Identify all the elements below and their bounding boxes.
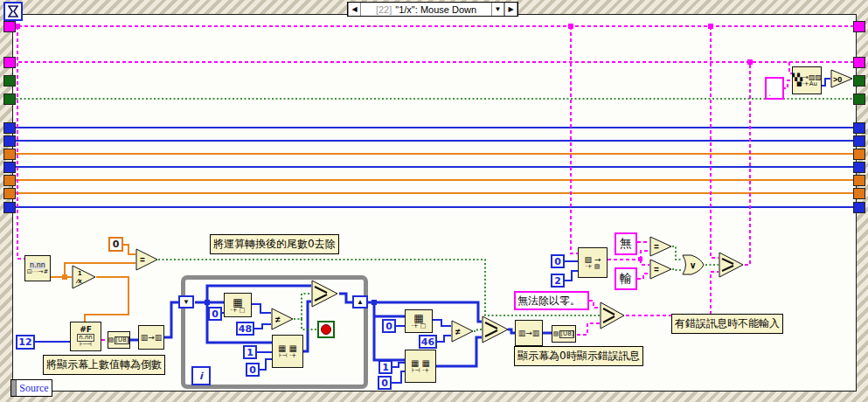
constant-value: 2 bbox=[554, 275, 561, 287]
not-equal-node-2[interactable]: ≠ bbox=[451, 320, 474, 346]
comment-trim-zeros: 將運算轉換後的尾數0去除 bbox=[210, 234, 339, 254]
not-equal-node-1[interactable]: ≠ bbox=[271, 308, 294, 334]
array-subset-node-2[interactable]: ▦ ▦ ⊦⊣ ·+ bbox=[405, 350, 436, 383]
hatch-icon: ▨ bbox=[108, 337, 115, 343]
string-constant-divide-by-zero[interactable]: 無法除以零。 bbox=[514, 291, 589, 310]
tunnel[interactable] bbox=[3, 94, 16, 105]
stop-dot bbox=[321, 324, 331, 335]
timeout-hourglass-icon[interactable] bbox=[3, 2, 23, 21]
string-to-byte-array-node-1[interactable]: ▨ [U8] bbox=[108, 331, 130, 349]
numeric-constant-twelve[interactable]: 12 bbox=[16, 335, 35, 350]
constant-value: 46 bbox=[421, 336, 434, 348]
tunnel[interactable] bbox=[3, 21, 16, 32]
tunnel[interactable] bbox=[3, 162, 16, 173]
constant-value: 48 bbox=[239, 323, 252, 335]
numeric-constant-two[interactable]: 2 bbox=[551, 274, 565, 288]
tunnel[interactable] bbox=[853, 75, 865, 87]
tunnel[interactable] bbox=[3, 188, 16, 199]
constant-value: 0 bbox=[385, 321, 392, 332]
u8-type-glyph: [U8] bbox=[115, 336, 129, 344]
string-subset-node[interactable]: ▨ → ·+ ▨ bbox=[578, 247, 608, 278]
event-header: ◀ [22] "1/x": Mouse Down ▼ ▶ bbox=[347, 2, 518, 17]
event-title: [22] "1/x": Mouse Down bbox=[361, 3, 491, 16]
event-prev-button[interactable]: ◀ bbox=[348, 3, 361, 16]
equal-node-3[interactable]: = bbox=[649, 259, 672, 283]
numeric-constant-48[interactable]: 48 bbox=[236, 322, 254, 336]
event-dropdown-button[interactable]: ▼ bbox=[491, 3, 504, 16]
comment-show-error-when-zero: 顯示幕為0時顯示錯誤訊息 bbox=[514, 346, 643, 366]
select-node-4[interactable] bbox=[719, 252, 745, 281]
array-subset-node-1[interactable]: ▦ ▦ ⊦⊣ ·+ bbox=[272, 335, 303, 368]
index-array-node-1[interactable]: ▦ ·+ □ bbox=[224, 293, 252, 317]
tunnel[interactable] bbox=[3, 75, 16, 87]
equal-glyph: = bbox=[140, 255, 145, 265]
index-array-node-2[interactable]: ▦ ·+ □ bbox=[405, 309, 433, 333]
shift-down-icon: ▼ bbox=[183, 298, 190, 306]
tunnel[interactable] bbox=[3, 175, 16, 186]
reciprocal-node[interactable]: 1 ⁄x bbox=[72, 265, 96, 293]
tunnel[interactable] bbox=[853, 94, 865, 105]
constant-value: 0 bbox=[381, 378, 388, 389]
shift-register-left[interactable]: ▼ bbox=[178, 295, 194, 308]
loop-condition-stop-icon[interactable] bbox=[317, 321, 335, 338]
numeric-constant-zero-2[interactable]: 0 bbox=[246, 363, 260, 377]
number-to-fractional-string-node[interactable]: #F n.nn ⊦┈⊣ bbox=[70, 322, 101, 351]
tunnel[interactable] bbox=[3, 149, 16, 160]
select-node-1[interactable] bbox=[311, 280, 339, 311]
tunnel[interactable] bbox=[3, 202, 16, 213]
subset-sub-icon: ⊦⊣ ·+ bbox=[412, 368, 429, 374]
numeric-constant-zero-3[interactable]: 0 bbox=[382, 319, 396, 333]
byte-array-to-string-node-2[interactable]: ▨ [U8] bbox=[552, 325, 576, 343]
equal-node-1[interactable]: = bbox=[135, 248, 158, 274]
tunnel[interactable] bbox=[3, 122, 16, 134]
tunnel[interactable] bbox=[853, 135, 865, 147]
numeric-constant-zero-orange[interactable]: 0 bbox=[108, 237, 123, 252]
tunnel[interactable] bbox=[853, 162, 865, 173]
select-node-2[interactable] bbox=[482, 315, 510, 347]
string-subset-sub-icon: ·+ ▨ bbox=[586, 264, 601, 270]
constant-value: 0 bbox=[113, 239, 120, 250]
reverse-array-node-1[interactable]: ▥→▥ bbox=[138, 325, 164, 350]
string-constant-shu[interactable]: 輸 bbox=[615, 267, 637, 290]
tunnel[interactable] bbox=[853, 57, 865, 68]
numeric-constant-zero-5[interactable]: 0 bbox=[551, 254, 565, 268]
string-constant-empty[interactable]: . bbox=[765, 77, 784, 100]
shift-up-icon: ▲ bbox=[357, 298, 364, 306]
string-to-number-sub-glyph: ⊡⋯→# bbox=[27, 269, 49, 275]
or-node[interactable]: ∨ bbox=[681, 253, 705, 280]
string-constant-wu[interactable]: 無 bbox=[615, 232, 637, 255]
event-next-button[interactable]: ▶ bbox=[504, 3, 517, 16]
numeric-constant-one-1[interactable]: 1 bbox=[243, 345, 257, 359]
numeric-constant-zero-4[interactable]: 0 bbox=[378, 376, 392, 390]
numeric-constant-one-2[interactable]: 1 bbox=[378, 360, 392, 374]
equal-node-2[interactable]: = bbox=[649, 236, 672, 260]
block-diagram: ◀ [22] "1/x": Mouse Down ▼ ▶ bbox=[0, 0, 868, 402]
source-label: Source bbox=[17, 382, 52, 395]
array-grid-icon: ▦ bbox=[233, 297, 242, 308]
string-value: 輸 bbox=[620, 271, 632, 287]
tunnel[interactable] bbox=[853, 21, 865, 32]
source-string-element[interactable]: Source bbox=[10, 379, 52, 397]
tunnel[interactable] bbox=[853, 175, 865, 186]
numeric-constant-zero-1[interactable]: 0 bbox=[208, 307, 222, 321]
string-value: 無法除以零。 bbox=[517, 294, 580, 308]
tunnel[interactable] bbox=[3, 57, 16, 68]
select-node-3[interactable] bbox=[600, 302, 626, 333]
search-replace-string-node[interactable]: ▚▚→▨▨ ■·+Au bbox=[792, 66, 822, 94]
tunnel[interactable] bbox=[3, 135, 16, 147]
tunnel[interactable] bbox=[853, 149, 865, 160]
tunnel[interactable] bbox=[853, 188, 865, 199]
comment-text: 有錯誤訊息時不能輸入 bbox=[675, 317, 780, 329]
greater-than-zero-node[interactable]: >0 bbox=[830, 69, 853, 92]
loop-iteration-terminal[interactable]: i bbox=[191, 366, 211, 385]
greater-zero-glyph: >0 bbox=[833, 75, 842, 84]
constant-value: 1 bbox=[382, 362, 389, 373]
constant-value: 0 bbox=[249, 364, 256, 376]
subset-sub-icon: ⊦⊣ ·+ bbox=[279, 353, 296, 359]
fract-string-to-number-node[interactable]: n.nn ⊡⋯→# bbox=[24, 255, 51, 281]
tunnel[interactable] bbox=[853, 202, 865, 213]
tunnel[interactable] bbox=[853, 122, 865, 134]
numeric-constant-46[interactable]: 46 bbox=[419, 335, 437, 349]
reverse-array-node-2[interactable]: ▥→▥ bbox=[515, 320, 543, 346]
shift-register-right[interactable]: ▲ bbox=[352, 295, 368, 308]
